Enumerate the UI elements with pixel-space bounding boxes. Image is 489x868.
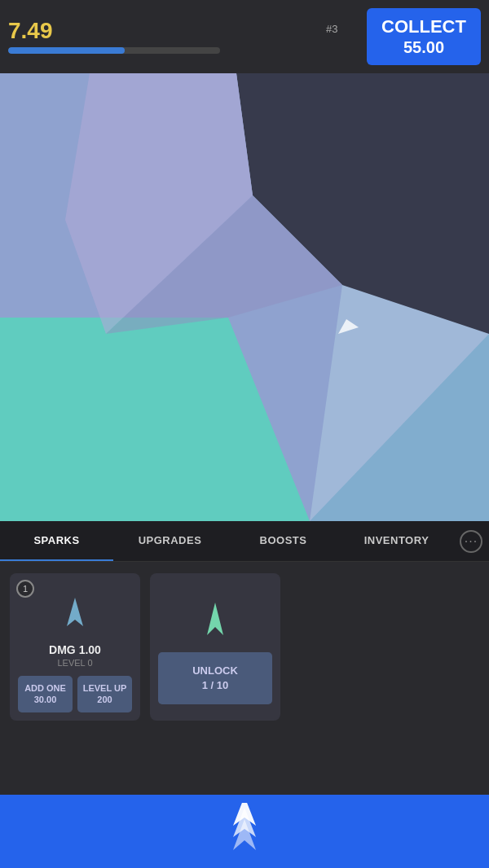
add-one-label: ADD ONE [24,683,66,693]
level-up-label: LEVEL UP [83,683,127,693]
collect-amount: 55.00 [403,37,444,57]
level-up-cost: 200 [97,695,112,704]
unlock-progress: 1 / 10 [202,679,229,691]
rank-badge: #3 [326,23,337,35]
svg-marker-9 [207,603,223,635]
unlock-label: UNLOCK [192,664,238,677]
header: 7.49 #3 COLLECT 55.00 [0,0,489,73]
bottom-bar[interactable] [0,795,489,868]
score-value: 7.49 [8,20,367,42]
tab-upgrades[interactable]: UPGRADES [113,521,227,561]
card-level-1: LEVEL 0 [57,658,92,668]
tab-inventory[interactable]: INVENTORY [340,521,453,561]
progress-bar-fill [8,47,125,54]
tabs-more-button[interactable]: ··· [453,521,489,561]
game-area[interactable] [0,73,489,521]
tabs-bar: SPARKS UPGRADES BOOSTS INVENTORY ··· [0,521,489,562]
score-section: 7.49 [8,20,367,54]
unlock-card-icon [191,597,240,646]
card-badge-1: 1 [16,580,34,598]
bottom-bar-icon [212,803,277,860]
tab-boosts[interactable]: BOOSTS [227,521,340,561]
tab-sparks[interactable]: SPARKS [0,521,113,561]
more-icon: ··· [460,530,482,553]
level-up-button[interactable]: LEVEL UP 200 [77,676,132,712]
card-name-1: DMG 1.00 [49,643,101,656]
card-icon-1 [51,590,99,638]
card-buttons-1: ADD ONE 30.00 LEVEL UP 200 [18,676,132,712]
unlock-card: UNLOCK 1 / 10 [150,573,280,721]
svg-marker-8 [67,598,83,626]
spark-card-1: 1 DMG 1.00 LEVEL 0 ADD ONE 30.00 LEVEL U… [10,573,140,721]
cards-area: 1 DMG 1.00 LEVEL 0 ADD ONE 30.00 LEVEL U… [0,562,489,730]
add-one-button[interactable]: ADD ONE 30.00 [18,676,73,712]
collect-label: COLLECT [381,16,466,37]
add-one-cost: 30.00 [34,695,57,704]
progress-bar-container [8,47,220,54]
game-canvas [0,73,489,521]
collect-button[interactable]: COLLECT 55.00 [367,8,481,65]
unlock-button[interactable]: UNLOCK 1 / 10 [158,652,272,704]
